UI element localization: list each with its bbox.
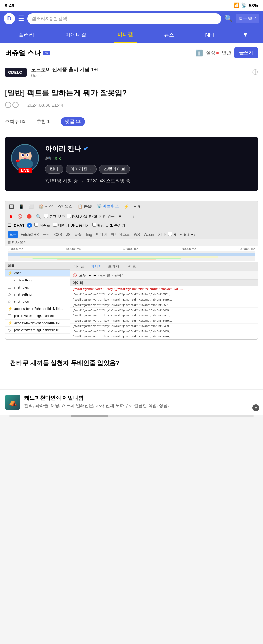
menu-icon[interactable]: ☰: [18, 15, 24, 23]
import-btn[interactable]: ↑: [125, 214, 130, 219]
nr-tab-message[interactable]: 메시지: [88, 262, 105, 271]
devtools-elements-btn[interactable]: </> 요소: [57, 203, 74, 210]
data-row-7: {"svcid":"game","ver":"1","bdy":[{"svcid…: [70, 324, 258, 329]
signal-icon: 📡: [241, 2, 247, 8]
scroll-bar-area[interactable]: [9, 415, 254, 417]
filter-fetch-xhr[interactable]: Fetch/XHR: [19, 232, 41, 237]
filter-js[interactable]: JS: [64, 232, 72, 237]
search-placeholder[interactable]: 갤러리&종합검색: [32, 16, 67, 22]
devtools-network-btn[interactable]: 📡 네트워크: [96, 203, 120, 210]
stream-tag-1[interactable]: 아이리칸나: [66, 165, 97, 174]
export-btn[interactable]: ↓: [132, 214, 136, 219]
stream-dot: ·: [82, 178, 83, 183]
tab-minor-gallery[interactable]: 마이너갤: [62, 27, 90, 43]
delete-icon[interactable]: 🗑 타사 요청: [8, 240, 27, 244]
filter-icon: ☰: [8, 223, 11, 227]
setting-button[interactable]: 설정: [206, 50, 219, 56]
devtools-console-btn[interactable]: 📋 콘솔: [76, 203, 93, 210]
devtools-home-btn[interactable]: 🏠 시작: [37, 203, 54, 210]
recent-visit-button[interactable]: 최근 방문: [236, 14, 259, 23]
chat-setting-label-1: chat-setting: [14, 278, 32, 282]
ad-logo: ODELOI: [5, 68, 27, 77]
stream-tag-2[interactable]: 스텔라이브: [99, 165, 130, 174]
filter-font[interactable]: 글꼴: [73, 231, 83, 238]
close-ad-button[interactable]: ✕: [252, 404, 259, 411]
file-icon-1: ☐: [8, 278, 12, 282]
tab-gallery[interactable]: 갤러리: [15, 27, 38, 43]
write-button[interactable]: 글쓰기: [234, 47, 258, 58]
hide-expand-url-checkbox[interactable]: 확장 URL 숨기기: [92, 223, 125, 228]
clear-filter-btn[interactable]: 🚫: [73, 273, 77, 277]
block-cookies-label[interactable]: 차단된 응답 쿠키: [168, 232, 196, 237]
scroll-thumb[interactable]: [71, 415, 108, 417]
devtools-inspect-btn[interactable]: 🔲: [8, 204, 15, 210]
ad-info-icon[interactable]: ⓘ: [252, 68, 258, 76]
devtools-more-btn[interactable]: + ▼: [132, 204, 142, 210]
network-row-profile-2[interactable]: ◇ profile?streamingChannelId=f...: [5, 327, 70, 334]
data-row-5: {"svcid":"game","ver":"1","bdy":[{"svcid…: [70, 313, 258, 318]
filter-dropdown-icon[interactable]: ▼: [88, 274, 92, 277]
cache-checkbox[interactable]: 캐시 사용 안 함: [67, 214, 97, 219]
refresh-btn[interactable]: 🔴: [25, 214, 33, 219]
chat-network-label: chat: [14, 271, 21, 275]
tab-nft[interactable]: NFT: [201, 28, 219, 42]
page-header: 버츄얼 스나 mi ℹ️ 설정 연관 글쓰기: [0, 43, 263, 63]
filter-css[interactable]: CSS: [53, 232, 64, 237]
filter-other[interactable]: 기타: [157, 231, 167, 238]
network-row-chat-setting-2[interactable]: ◇ chat-setting: [5, 291, 70, 298]
info-icon[interactable]: ℹ️: [195, 49, 203, 57]
svg-point-5: [22, 154, 24, 156]
network-row-chat-rules-2[interactable]: ◇ chat-rules: [5, 298, 70, 305]
network-row-chat-setting[interactable]: ☐ chat-setting: [5, 277, 70, 284]
nr-tab-header[interactable]: 머리글: [70, 262, 88, 271]
filter-regex-icon[interactable]: ☰: [93, 273, 97, 277]
article-section: [일반] 팩트를 말하는게 뭐가 잘못임? | 2024.08.30 21:44…: [0, 82, 263, 389]
devtools-performance-btn[interactable]: ⚡: [123, 204, 130, 210]
comment-badge[interactable]: 댓글 12: [61, 117, 85, 126]
filter-img[interactable]: Img: [84, 232, 93, 237]
profile-label-2: profile?streamingChannelId=f...: [14, 328, 61, 332]
filter-manifest[interactable]: 매니페스트: [110, 231, 131, 238]
filter-media[interactable]: 미디어: [94, 231, 109, 238]
record-btn[interactable]: ⏺: [8, 214, 14, 219]
link-button[interactable]: 연관: [222, 50, 231, 56]
data-row-1: {"svcid":"game","ver":"1","bdy":[{"svcid…: [70, 292, 258, 297]
bottom-ad-name: 캐노피천막인쇄 제일나염: [24, 395, 169, 402]
filter-doc[interactable]: 문서: [41, 231, 52, 238]
page-title: 버츄얼 스나: [5, 48, 41, 58]
search-network-btn[interactable]: 🔍: [35, 214, 42, 219]
ws-icon: ⚡: [8, 271, 12, 275]
throttle-dropdown[interactable]: ▼: [117, 214, 123, 219]
chat-rules-label-2: chat-rules: [14, 300, 29, 303]
filter-all[interactable]: 모두: [8, 231, 18, 238]
all-filter-btn[interactable]: 모두: [79, 273, 86, 278]
nr-tab-timing[interactable]: 타이밍: [122, 262, 140, 271]
nr-tab-initiator[interactable]: 초기자: [105, 262, 122, 271]
devtools-dot-btn[interactable]: ⬜: [28, 204, 35, 210]
stream-tag-0[interactable]: 칸나: [45, 165, 63, 174]
article-date: 2024.08.30 21:44: [27, 102, 63, 108]
devtools-mobile-btn[interactable]: 📱: [18, 204, 25, 210]
network-row-access-token-2[interactable]: ⚡ access-token?channelId=N1N...: [5, 320, 70, 327]
nav-dropdown-icon[interactable]: ▼: [243, 32, 248, 38]
ws-icon-2: ⚡: [8, 307, 12, 311]
network-row-chat[interactable]: ⚡ chat: [5, 270, 70, 277]
preserve-log-checkbox[interactable]: 로그 보존: [44, 214, 65, 219]
throttle-select[interactable]: 제한 없음: [99, 214, 115, 219]
stat-divider-1: |: [30, 119, 32, 124]
stop-btn[interactable]: 🚫: [16, 214, 24, 219]
tab-news[interactable]: 뉴스: [160, 27, 178, 43]
search-icon[interactable]: 🔍: [224, 15, 233, 23]
network-row-profile-1[interactable]: ☐ profile?streamingChannelId=f...: [5, 312, 70, 320]
network-row-access-token-1[interactable]: ⚡ access-token?channelId=N1N...: [5, 305, 70, 312]
filter-ws[interactable]: WS: [132, 232, 141, 237]
access-token-label-1: access-token?channelId=N1N...: [14, 307, 63, 311]
hide-data-url-checkbox[interactable]: 데이터 URL 숨기기: [53, 223, 90, 228]
status-bar: 9:49 📶 📡 58%: [0, 0, 263, 11]
data-row-0: {"svcid":"game","ver":"1","bdy":[{"svcid…: [70, 286, 258, 292]
search-bar: D ☰ 갤러리&종합검색 🔍 최근 방문: [0, 11, 263, 27]
network-row-chat-rules[interactable]: ☐ chat-rules: [5, 284, 70, 291]
reverse-checkbox[interactable]: 거꾸로: [34, 223, 50, 228]
filter-wasm[interactable]: Wasm: [142, 232, 156, 237]
tab-mini-gallery[interactable]: 미니갤: [114, 27, 137, 43]
